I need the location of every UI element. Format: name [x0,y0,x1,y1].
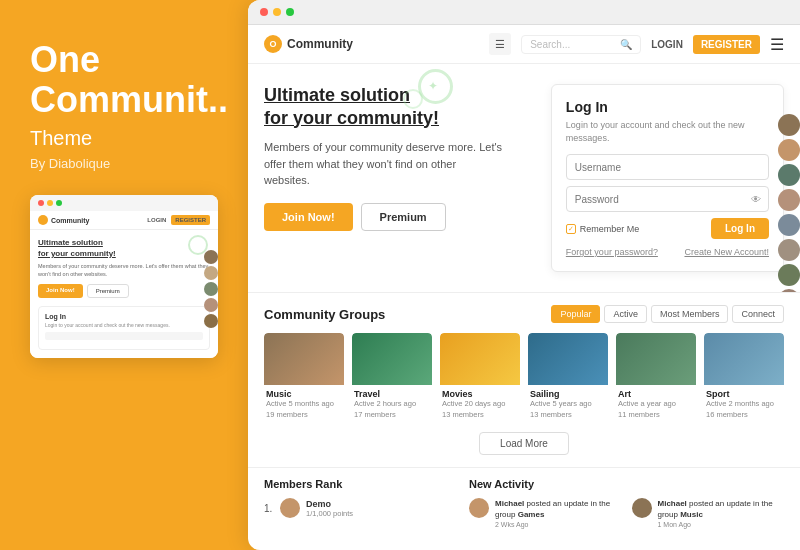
preview-buttons: Join Now! Premium [38,284,210,298]
search-text: Search... [530,39,570,50]
preview-logo-name: Community [51,217,90,224]
activity-text-1: Michael posted an update in the group Ga… [495,498,622,527]
preview-premium-btn[interactable]: Premium [87,284,129,298]
browser-dot-yellow[interactable] [273,8,281,16]
login-form-title: Log In [566,99,769,115]
group-card-art[interactable]: Art Active a year ago11 members [616,333,696,424]
hero-buttons: Join Now! Premium [264,203,535,231]
preview-avatar-1 [204,250,218,264]
activity-avatar-2 [632,498,652,518]
preview-login-section: Log In Login to your account and check o… [38,306,210,350]
filter-tab-connect[interactable]: Connect [732,305,784,323]
group-card-movies[interactable]: Movies Active 20 days ago13 members [440,333,520,424]
group-card-music[interactable]: Music Active 5 months ago19 members [264,333,344,424]
preview-avatar-2 [204,266,218,280]
password-input[interactable] [566,186,769,212]
group-img-sport [704,333,784,385]
activity-pair: Michael posted an update in the group Ga… [469,498,784,532]
group-info-sailing: Sailing Active 5 years ago13 members [528,385,608,424]
preview-avatars [204,250,218,328]
group-meta-sport: Active 2 months ago16 members [706,399,782,420]
filter-tab-popular[interactable]: Popular [551,305,600,323]
rank-points-1: 1/1,000 points [306,509,353,518]
site-logo-circle: O [264,35,282,53]
password-field-container: 👁 [566,186,769,212]
preview-avatar-5 [204,314,218,328]
dot-red [38,200,44,206]
load-more-button[interactable]: Load More [479,432,569,455]
group-card-sailing[interactable]: Sailing Active 5 years ago13 members [528,333,608,424]
group-name-sailing: Sailing [530,389,606,399]
left-panel: One Communit.. Theme By Diabolique Commu… [0,0,248,550]
brand-title: One Communit.. [30,40,218,119]
group-img-music [264,333,344,385]
activity-item-2: Michael posted an update in the group Mu… [632,498,785,527]
preview-register[interactable]: REGISTER [171,215,210,225]
activity-time-2: 1 Mon Ago [658,521,785,528]
side-avatar-8 [778,289,800,292]
activity-time-1: 2 Wks Ago [495,521,622,528]
rank-avatar-1 [280,498,300,518]
remember-checkbox[interactable]: ✓ [566,224,576,234]
activity-content-1: Michael posted an update in the group Ga… [495,498,622,520]
bottom-sections: Members Rank 1. Demo 1/1,000 points New … [248,467,800,542]
group-card-travel[interactable]: Travel Active 2 hours ago17 members [352,333,432,424]
filter-tabs: Popular Active Most Members Connect [551,305,784,323]
preview-login[interactable]: LOGIN [147,217,166,223]
side-avatar-7 [778,264,800,286]
browser-dot-red[interactable] [260,8,268,16]
search-box[interactable]: Search... 🔍 [521,35,641,54]
group-name-art: Art [618,389,694,399]
nav-icon[interactable]: ☰ [489,33,511,55]
members-rank-title: Members Rank [264,478,453,490]
hero-description: Members of your community deserve more. … [264,139,504,189]
premium-button[interactable]: Premium [361,203,446,231]
activity-avatar-1 [469,498,489,518]
preview-header: Community LOGIN REGISTER [30,211,218,230]
browser-dot-green[interactable] [286,8,294,16]
group-img-travel [352,333,432,385]
group-card-sport[interactable]: Sport Active 2 months ago16 members [704,333,784,424]
activity-text-2: Michael posted an update in the group Mu… [658,498,785,527]
group-name-sport: Sport [706,389,782,399]
dot-yellow [47,200,53,206]
login-link[interactable]: LOGIN [651,39,683,50]
browser-chrome [248,0,800,25]
filter-tab-most-members[interactable]: Most Members [651,305,729,323]
search-icon[interactable]: 🔍 [620,39,632,50]
filter-tab-active[interactable]: Active [604,305,647,323]
group-name-travel: Travel [354,389,430,399]
join-now-button[interactable]: Join Now! [264,203,353,231]
preview-avatar-4 [204,298,218,312]
preview-headline: Ultimate solution for your community! [38,238,210,259]
preview-body: Ultimate solution for your community! Me… [30,230,218,358]
create-account-link[interactable]: Create New Account! [684,247,769,257]
forgot-password-link[interactable]: Forgot your password? [566,247,658,257]
preview-body-text: Members of your community deserve more. … [38,263,210,278]
rank-info-1: Demo 1/1,000 points [306,499,353,518]
preview-username-input[interactable] [45,332,203,340]
rank-item-1: 1. Demo 1/1,000 points [264,498,453,518]
username-input[interactable] [566,154,769,180]
site-logo: O Community [264,35,353,53]
register-button[interactable]: REGISTER [693,35,760,54]
hero-headline: Ultimate solution for your community! [264,84,535,129]
login-submit-button[interactable]: Log In [711,218,769,239]
preview-join-btn[interactable]: Join Now! [38,284,83,298]
groups-title: Community Groups [264,307,385,322]
rank-name-1: Demo [306,499,353,509]
preview-login-sub: Login to your account and check out the … [45,322,203,328]
group-meta-travel: Active 2 hours ago17 members [354,399,430,420]
group-img-movies [440,333,520,385]
password-eye-icon[interactable]: 👁 [751,194,761,205]
group-info-travel: Travel Active 2 hours ago17 members [352,385,432,424]
hero-section: ✦ Ultimate solution for your community! … [248,64,800,292]
preview-logo: Community [38,215,90,225]
preview-dots [30,195,218,211]
main-content: O Community ☰ Search... 🔍 LOGIN REGISTER… [248,0,800,550]
groups-section: Community Groups Popular Active Most Mem… [248,292,800,467]
brand-by: By Diabolique [30,156,218,171]
side-avatar-3 [778,164,800,186]
preview-card: Community LOGIN REGISTER Ultimate soluti… [30,195,218,358]
hamburger-icon[interactable]: ☰ [770,35,784,54]
